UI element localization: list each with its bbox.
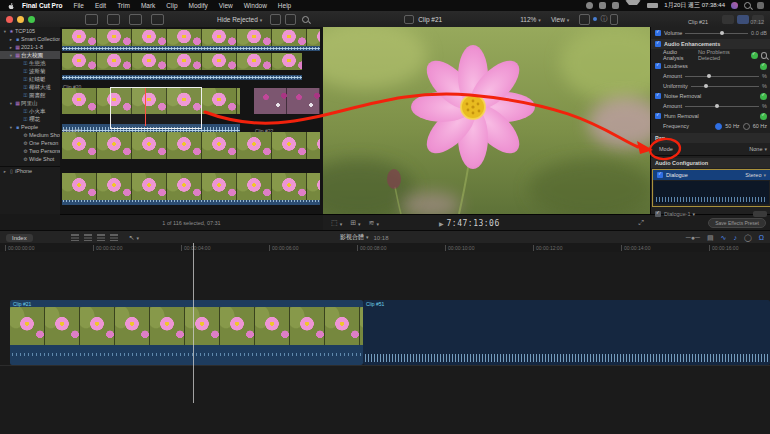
sidebar-item-2021-1-8[interactable]: 2021-1-8: [0, 43, 60, 51]
overwrite-edit-icon[interactable]: [110, 234, 118, 241]
solo-toggle[interactable]: ◯: [744, 234, 752, 242]
volume-slider[interactable]: [685, 33, 748, 34]
loudness-checkbox[interactable]: [655, 63, 661, 69]
clip-filter-dropdown[interactable]: Hide Rejected: [217, 16, 262, 23]
zoom-slider-icon[interactable]: ─●─: [686, 234, 700, 241]
menu-help[interactable]: Help: [278, 2, 291, 9]
photos-audio-sidebar-icon[interactable]: [107, 14, 120, 25]
media-sidebar-toggle-icon[interactable]: [85, 14, 98, 25]
clip21-filmstrip-1[interactable]: [62, 132, 320, 159]
project-name-menu[interactable]: 影視合體: [340, 233, 369, 242]
play-icon[interactable]: ▶: [439, 220, 444, 227]
menu-mark[interactable]: Mark: [141, 2, 155, 9]
import-media-icon[interactable]: [151, 14, 164, 25]
dialogue1-checkbox[interactable]: [655, 211, 661, 217]
freq-50-radio[interactable]: [715, 123, 722, 130]
dialogue-checkbox[interactable]: [657, 172, 663, 178]
sidebar-item-library-bldg[interactable]: 圖書館: [0, 91, 60, 99]
audio-enhancements-header[interactable]: Audio Enhancements: [651, 39, 770, 49]
menu-modify[interactable]: Modify: [189, 2, 208, 9]
timeline-playhead[interactable]: [193, 243, 194, 403]
pan-header[interactable]: Pan: [651, 133, 770, 143]
minimize-window-button[interactable]: [17, 16, 24, 23]
spotlight-search-icon[interactable]: [744, 2, 751, 9]
snapping-toggle[interactable]: Ω: [759, 234, 764, 241]
dual-viewer-button[interactable]: [579, 14, 590, 25]
insert-edit-icon[interactable]: [84, 234, 92, 241]
append-edit-icon[interactable]: [97, 234, 105, 241]
menu-window[interactable]: Window: [244, 2, 267, 9]
dialogue-format-popup[interactable]: Stereo: [745, 172, 766, 178]
sidebar-item-sakura[interactable]: 櫻花: [0, 115, 60, 123]
clip-role-badge[interactable]: [753, 211, 767, 217]
audio-skimming-toggle[interactable]: ♪: [733, 234, 737, 241]
dialogue-channel-row[interactable]: Dialogue Stereo: [653, 170, 770, 180]
sidebar-item-alishan[interactable]: 阿里山: [0, 99, 60, 107]
connect-edit-icon[interactable]: [71, 234, 79, 241]
browser-search-button[interactable]: [302, 16, 309, 23]
range-selection-box[interactable]: [110, 87, 202, 129]
menu-clip[interactable]: Clip: [166, 2, 177, 9]
sidebar-item-ntu-campus[interactable]: 台大校園: [0, 51, 60, 59]
clip22-filmstrip[interactable]: [254, 88, 320, 114]
uniformity-slider[interactable]: [691, 86, 759, 87]
zoom-window-button[interactable]: [28, 16, 35, 23]
distort-popup-button[interactable]: ≋: [369, 219, 379, 227]
transform-popup-button[interactable]: ⬚: [331, 219, 342, 227]
fullscreen-button[interactable]: ⤢: [638, 219, 644, 227]
sidebar-item-two-persons[interactable]: Two Persons: [0, 147, 60, 155]
audio-meters-button[interactable]: [610, 14, 618, 25]
sidebar-item-train[interactable]: 小火車: [0, 107, 60, 115]
sidebar-item-palm-avenue[interactable]: 椰林大道: [0, 83, 60, 91]
timeline-clip-21[interactable]: Clip #21: [10, 300, 363, 365]
sidebar-item-dragonfly[interactable]: 紅蜻蜓: [0, 75, 60, 83]
viewer-zoom-menu[interactable]: 112%: [520, 16, 541, 23]
uniformity-value[interactable]: %: [762, 83, 767, 89]
freq-60-radio[interactable]: [743, 123, 750, 130]
control-center-icon[interactable]: [757, 2, 764, 9]
timeline-clip-51[interactable]: Clip #51: [363, 300, 770, 365]
dialogue-channel-waveform[interactable]: [654, 181, 769, 204]
volume-icon[interactable]: [655, 30, 661, 36]
audio-configuration-header[interactable]: Audio Configuration: [651, 158, 770, 168]
amount-value[interactable]: %: [762, 73, 767, 79]
dialogue1-popup[interactable]: Dialogue-1: [664, 211, 695, 217]
crop-popup-button[interactable]: ⊞: [350, 219, 360, 227]
tool-popup-button[interactable]: ↖: [129, 234, 139, 242]
menu-view[interactable]: View: [219, 2, 233, 9]
sidebar-item-cosmos[interactable]: 波斯菊: [0, 67, 60, 75]
menu-file[interactable]: File: [73, 2, 83, 9]
noise-amount-value[interactable]: %: [762, 103, 767, 109]
noise-removal-checkbox[interactable]: [655, 93, 661, 99]
dialogue1-row[interactable]: Dialogue-1: [651, 209, 770, 219]
sidebar-item-wide-shot[interactable]: Wide Shot: [0, 155, 60, 163]
menu-trim[interactable]: Trim: [117, 2, 130, 9]
viewer-view-menu[interactable]: View: [551, 16, 570, 23]
volume-value[interactable]: 0.0 dB: [751, 30, 767, 36]
close-window-button[interactable]: [6, 16, 13, 23]
battery-icon[interactable]: [647, 3, 658, 8]
apple-menu-icon[interactable]: [7, 2, 15, 10]
menu-edit[interactable]: Edit: [95, 2, 106, 9]
app-menu-name[interactable]: Final Cut Pro: [22, 2, 62, 9]
index-button[interactable]: Index: [6, 234, 33, 242]
hum-removal-checkbox[interactable]: [655, 113, 661, 119]
skimming-toggle[interactable]: ∿: [721, 234, 727, 242]
menu-bar-clock[interactable]: 1月20日 週三 07:38:44: [664, 1, 725, 10]
bluetooth-icon[interactable]: [586, 2, 593, 9]
sidebar-item-one-person[interactable]: One Person: [0, 139, 60, 147]
sidebar-item-tcp105[interactable]: TCP105: [0, 27, 60, 35]
titles-generators-sidebar-icon[interactable]: [129, 14, 142, 25]
display-icon[interactable]: [599, 2, 606, 9]
sidebar-item-people[interactable]: People: [0, 123, 60, 131]
info-overlay-icon[interactable]: ⓘ: [600, 14, 607, 24]
save-effects-preset-button[interactable]: Save Effects Preset: [708, 218, 766, 228]
sidebar-item-medium-shot[interactable]: Medium Shot: [0, 131, 60, 139]
clip21-filmstrip-2[interactable]: [62, 173, 320, 200]
sidebar-item-iphone[interactable]: iPhone: [0, 167, 60, 175]
clip-appearance-button[interactable]: ▤: [707, 234, 714, 242]
amount-slider[interactable]: [685, 76, 759, 77]
analyze-icon[interactable]: [761, 52, 767, 59]
filmstrip-row-2[interactable]: [62, 53, 302, 70]
siri-icon[interactable]: [731, 2, 738, 9]
